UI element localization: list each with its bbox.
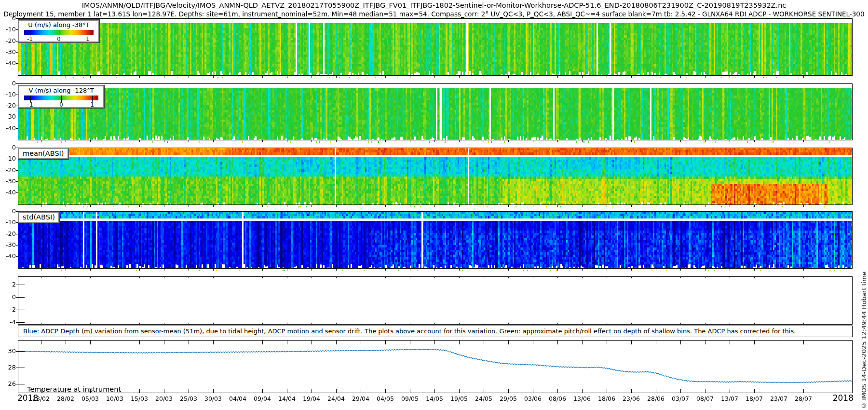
colorbar-tick-label: 0: [59, 101, 63, 108]
y-tick-label: -30: [0, 49, 16, 55]
x-tick-label: 05/03: [81, 395, 99, 402]
x-tick-label: 10/03: [106, 395, 123, 402]
imos-watermark: © IMOS 14-Dec-2025 12:49:44 Hobart time: [860, 272, 868, 410]
y-tick-label: -10: [0, 155, 16, 162]
y-tick-label: 0: [0, 294, 16, 301]
colorbar-tick-label: 1: [86, 36, 89, 42]
y-tick-label: -20: [0, 102, 16, 109]
colorbar-tick-label: 1: [90, 101, 94, 108]
x-tick-label: 08/07: [696, 395, 714, 402]
x-axis-year-left: 2018: [17, 393, 38, 403]
x-tick-label: 03/07: [672, 395, 689, 402]
y-tick-label: -30: [0, 113, 16, 120]
y-tick-label: -2: [0, 306, 16, 313]
u-colorbar-legend: U (m/s) along -38°T -101: [18, 20, 99, 42]
x-tick-label: 04/05: [377, 395, 394, 402]
y-tick-label: -20: [0, 167, 16, 174]
v-colorbar-legend: V (m/s) along -128°T -101: [18, 85, 104, 108]
colorbar-tick-label: -1: [27, 101, 33, 108]
x-tick-label: 04/04: [229, 395, 246, 402]
temperature-label: Temperature at instrument: [27, 385, 121, 393]
y-tick-label: -40: [0, 253, 16, 260]
colorbar-tick-label: 0: [57, 36, 60, 42]
plots-canvas: [0, 0, 868, 410]
u-legend-title: U (m/s) along -38°T: [19, 21, 98, 28]
x-tick-label: 23/06: [623, 395, 640, 402]
x-tick-label: 15/03: [131, 395, 148, 402]
x-tick-label: 29/05: [500, 395, 517, 402]
y-tick-label: 0: [0, 80, 16, 87]
figure-subtitle: Deployment 15, member 1 lat=13.61S lon=1…: [0, 10, 868, 18]
y-tick-label: -4: [0, 319, 16, 326]
colorbar-tick-label: -1: [27, 36, 32, 42]
y-tick-label: -40: [0, 125, 16, 132]
std-absi-label: std(ABSI): [18, 212, 59, 223]
x-tick-label: 14/05: [426, 395, 443, 402]
y-tick-label: 28: [0, 364, 16, 371]
x-tick-label: 29/04: [352, 395, 369, 402]
v-legend-title: V (m/s) along -128°T: [19, 87, 103, 94]
x-tick-label: 28/07: [795, 395, 812, 402]
x-tick-label: 24/04: [327, 395, 345, 402]
y-tick-label: 26: [0, 381, 16, 387]
x-tick-label: 28/06: [647, 395, 665, 402]
annotation-box: Blue: ADCP Depth (m) variation from sens…: [18, 326, 853, 337]
y-tick-label: -10: [0, 91, 16, 98]
y-tick-label: -20: [0, 231, 16, 237]
y-tick-label: -40: [0, 60, 16, 67]
x-axis-year-right: 2018: [833, 393, 854, 403]
x-tick-label: 28/02: [57, 395, 74, 402]
x-tick-label: 13/07: [721, 395, 738, 402]
x-tick-label: 18/07: [746, 395, 763, 402]
x-tick-label: 23/07: [770, 395, 787, 402]
y-tick-label: 0: [0, 208, 16, 215]
x-tick-label: 25/03: [180, 395, 197, 402]
x-tick-label: 09/05: [401, 395, 419, 402]
y-tick-label: 30: [0, 348, 16, 355]
y-tick-label: -30: [0, 178, 16, 185]
y-tick-label: 0: [0, 144, 16, 151]
x-tick-label: 24/05: [475, 395, 492, 402]
x-tick-label: 20/03: [155, 395, 173, 402]
figure-root: IMOS/ANMN/QLD/ITFJBG/Velocity/IMOS_ANMN-…: [0, 0, 868, 410]
x-tick-label: 19/04: [303, 395, 320, 402]
figure-title: IMOS/ANMN/QLD/ITFJBG/Velocity/IMOS_ANMN-…: [0, 1, 868, 9]
y-tick-label: 0: [0, 15, 16, 22]
x-tick-label: 14/04: [278, 395, 296, 402]
y-tick-label: -40: [0, 189, 16, 196]
x-tick-label: 03/06: [524, 395, 542, 402]
y-tick-label: 2: [0, 281, 16, 288]
y-tick-label: -10: [0, 219, 16, 226]
y-tick-label: -20: [0, 38, 16, 44]
x-tick-label: 19/05: [450, 395, 468, 402]
mean-absi-label: mean(ABSI): [18, 148, 68, 159]
x-tick-label: 09/04: [254, 395, 271, 402]
x-tick-label: 13/06: [573, 395, 591, 402]
annotation-text: Blue: ADCP Depth (m) variation from sens…: [23, 328, 796, 335]
x-tick-label: 18/06: [598, 395, 615, 402]
x-tick-label: 08/06: [549, 395, 566, 402]
y-tick-label: -30: [0, 242, 16, 248]
x-tick-label: 30/03: [204, 395, 222, 402]
y-tick-label: -10: [0, 26, 16, 33]
